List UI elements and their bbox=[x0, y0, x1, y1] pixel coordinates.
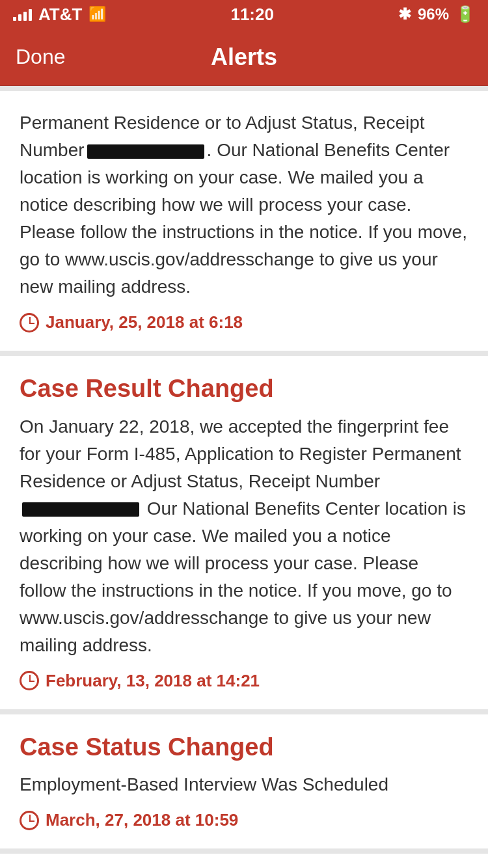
time-label: 11:20 bbox=[230, 5, 274, 25]
alerts-content: Permanent Residence or to Adjust Status,… bbox=[0, 86, 488, 868]
status-left: AT&T 📶 bbox=[13, 5, 106, 25]
clock-icon-1 bbox=[20, 313, 39, 332]
alert-body-result-1: On January 22, 2018, we accepted the fin… bbox=[20, 413, 468, 659]
alert-card-partial: Permanent Residence or to Adjust Status,… bbox=[0, 91, 488, 351]
clock-icon-2 bbox=[20, 671, 39, 690]
timestamp-label-2: February, 13, 2018 at 14:21 bbox=[46, 671, 260, 691]
wifi-icon: 📶 bbox=[88, 6, 106, 23]
alert-title-result-1: Case Result Changed bbox=[20, 374, 468, 404]
clock-icon-3 bbox=[20, 811, 39, 830]
alert-timestamp-2: February, 13, 2018 at 14:21 bbox=[20, 671, 468, 691]
timestamp-label-3: March, 27, 2018 at 10:59 bbox=[46, 810, 238, 830]
timestamp-label-1: January, 25, 2018 at 6:18 bbox=[46, 312, 243, 332]
done-button[interactable]: Done bbox=[16, 45, 66, 69]
status-bar: AT&T 📶 11:20 ✱ 96% 🔋 bbox=[0, 0, 488, 29]
battery-percent: 96% bbox=[418, 5, 449, 23]
redacted-block bbox=[87, 144, 204, 159]
status-right: ✱ 96% 🔋 bbox=[398, 5, 475, 23]
bluetooth-icon: ✱ bbox=[398, 5, 411, 23]
alert-timestamp-3: March, 27, 2018 at 10:59 bbox=[20, 810, 468, 830]
alert-timestamp-1: January, 25, 2018 at 6:18 bbox=[20, 312, 468, 332]
alert-body-status-1: Employment-Based Interview Was Scheduled bbox=[20, 771, 468, 798]
redacted-block-2 bbox=[22, 502, 139, 517]
page-title: Alerts bbox=[211, 44, 277, 71]
alert-card-status-1: Case Status Changed Employment-Based Int… bbox=[0, 714, 488, 849]
alert-body-partial: Permanent Residence or to Adjust Status,… bbox=[20, 109, 468, 301]
alert-card-result-1: Case Result Changed On January 22, 2018,… bbox=[0, 356, 488, 709]
alert-card-result-2: Case Result Changed On March 21, 2018, w… bbox=[0, 854, 488, 868]
carrier-label: AT&T bbox=[38, 5, 82, 25]
signal-bars-icon bbox=[13, 8, 32, 21]
alert-title-status-1: Case Status Changed bbox=[20, 733, 468, 763]
nav-bar: Done Alerts bbox=[0, 29, 488, 86]
battery-icon: 🔋 bbox=[455, 5, 475, 23]
